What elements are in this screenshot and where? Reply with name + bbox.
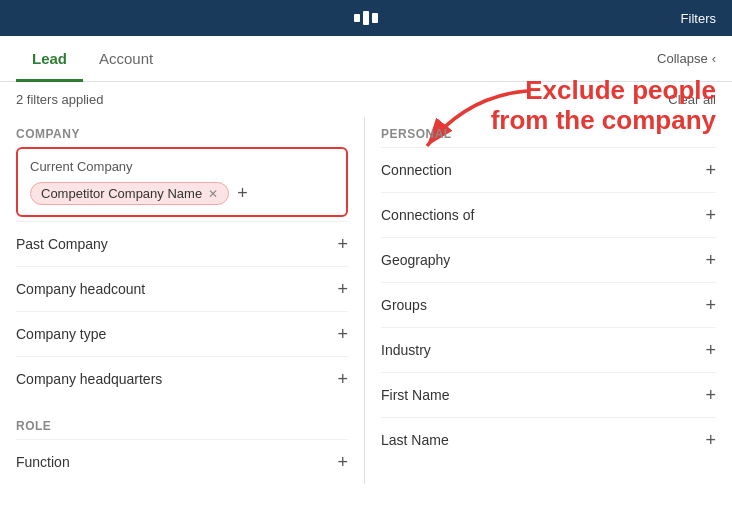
right-column: Personal Connection + Connections of + G…	[365, 117, 732, 484]
competitor-tag[interactable]: Competitor Company Name ✕	[30, 182, 229, 205]
top-nav-bar: Filters	[0, 0, 732, 36]
top-bar-right-text: Filters	[681, 11, 716, 26]
past-company-item[interactable]: Past Company +	[16, 221, 348, 266]
groups-item[interactable]: Groups +	[381, 282, 716, 327]
tab-bar: Lead Account Exclude people from the com…	[0, 36, 732, 82]
connection-label: Connection	[381, 162, 452, 178]
connections-of-item[interactable]: Connections of +	[381, 192, 716, 237]
function-plus-icon: +	[337, 453, 348, 471]
geography-plus-icon: +	[705, 251, 716, 269]
company-type-plus-icon: +	[337, 325, 348, 343]
role-section: Role Function +	[16, 409, 348, 484]
industry-label: Industry	[381, 342, 431, 358]
company-headquarters-label: Company headquarters	[16, 371, 162, 387]
geography-label: Geography	[381, 252, 450, 268]
competitor-tag-text: Competitor Company Name	[41, 186, 202, 201]
left-column: Company Current Company Competitor Compa…	[0, 117, 365, 484]
past-company-plus-icon: +	[337, 235, 348, 253]
tag-close-icon[interactable]: ✕	[208, 187, 218, 201]
company-headcount-item[interactable]: Company headcount +	[16, 266, 348, 311]
collapse-button[interactable]: Collapse ‹	[657, 51, 716, 66]
linkedin-logo	[354, 11, 378, 25]
add-tag-button[interactable]: +	[237, 183, 248, 204]
last-name-plus-icon: +	[705, 431, 716, 449]
main-content: Company Current Company Competitor Compa…	[0, 117, 732, 484]
company-type-item[interactable]: Company type +	[16, 311, 348, 356]
company-headquarters-plus-icon: +	[337, 370, 348, 388]
industry-plus-icon: +	[705, 341, 716, 359]
company-headcount-label: Company headcount	[16, 281, 145, 297]
company-type-label: Company type	[16, 326, 106, 342]
first-name-plus-icon: +	[705, 386, 716, 404]
first-name-label: First Name	[381, 387, 449, 403]
first-name-item[interactable]: First Name +	[381, 372, 716, 417]
company-headcount-plus-icon: +	[337, 280, 348, 298]
collapse-chevron-icon: ‹	[712, 51, 716, 66]
function-item[interactable]: Function +	[16, 439, 348, 484]
groups-label: Groups	[381, 297, 427, 313]
connection-plus-icon: +	[705, 161, 716, 179]
connection-item[interactable]: Connection +	[381, 147, 716, 192]
function-label: Function	[16, 454, 70, 470]
collapse-label: Collapse	[657, 51, 708, 66]
groups-plus-icon: +	[705, 296, 716, 314]
last-name-item[interactable]: Last Name +	[381, 417, 716, 462]
tab-lead[interactable]: Lead	[16, 36, 83, 82]
past-company-label: Past Company	[16, 236, 108, 252]
company-section-label: Company	[16, 117, 348, 147]
industry-item[interactable]: Industry +	[381, 327, 716, 372]
tab-account[interactable]: Account	[83, 36, 169, 82]
clear-all-button[interactable]: Clear all	[668, 92, 716, 107]
filters-count: 2 filters applied	[16, 92, 103, 107]
company-headquarters-item[interactable]: Company headquarters +	[16, 356, 348, 401]
personal-section-label: Personal	[381, 117, 716, 147]
last-name-label: Last Name	[381, 432, 449, 448]
role-section-label: Role	[16, 409, 348, 439]
connections-of-plus-icon: +	[705, 206, 716, 224]
connections-of-label: Connections of	[381, 207, 474, 223]
filters-bar: 2 filters applied Clear all	[0, 82, 732, 117]
geography-item[interactable]: Geography +	[381, 237, 716, 282]
current-company-box: Current Company Competitor Company Name …	[16, 147, 348, 217]
tags-row: Competitor Company Name ✕ +	[30, 182, 334, 205]
current-company-label: Current Company	[30, 159, 334, 174]
